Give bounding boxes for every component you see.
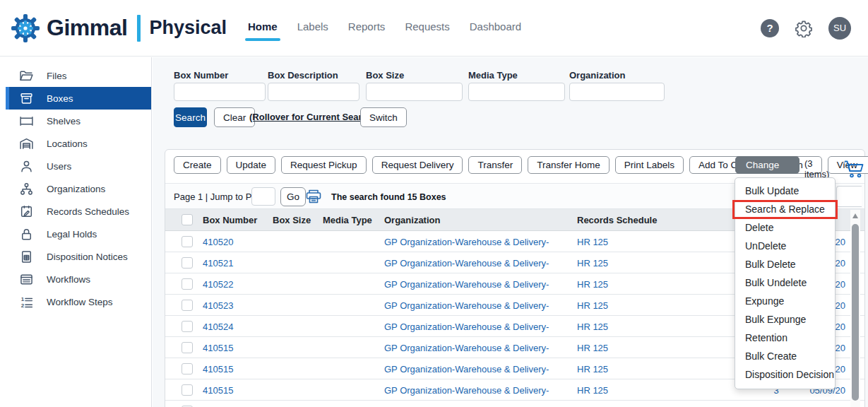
brand-product: Physical (149, 17, 227, 39)
cell-records-schedule[interactable]: HR 125 (577, 364, 608, 374)
change-dropdown-menu: Bulk UpdateSearch & ReplaceDeleteUnDelet… (735, 177, 836, 389)
cell-records-schedule[interactable]: HR 125 (577, 300, 608, 311)
box-size-input[interactable] (366, 83, 463, 101)
menu-item-bulk-expunge[interactable]: Bulk Expunge (735, 310, 835, 329)
jump-to-page-input[interactable] (251, 187, 275, 206)
menu-item-delete[interactable]: Delete (735, 218, 835, 237)
menu-item-retention[interactable]: Retention (735, 329, 835, 347)
nav-tab-labels[interactable]: Labels (297, 16, 328, 40)
request-pickup-button[interactable]: Request Pickup (281, 156, 367, 174)
cell-box-number[interactable]: 410522 (203, 279, 233, 290)
cell-records-schedule[interactable]: HR 125 (577, 258, 608, 269)
menu-item-disposition-decision[interactable]: Disposition Decision (735, 365, 835, 384)
row-checkbox[interactable] (182, 384, 193, 396)
nav-tab-home[interactable]: Home (248, 16, 278, 40)
sidebar-item-users[interactable]: Users (0, 155, 151, 177)
transfer-button[interactable]: Transfer (468, 156, 522, 174)
menu-item-bulk-undelete[interactable]: Bulk Undelete (735, 273, 835, 292)
organization-input[interactable] (569, 83, 665, 101)
settings-gear-icon[interactable] (795, 19, 813, 37)
sidebar-item-boxes[interactable]: Boxes (6, 87, 151, 110)
row-checkbox[interactable] (182, 236, 193, 247)
column-header-box-size[interactable]: Box Size (273, 215, 311, 225)
row-checkbox[interactable] (182, 278, 193, 290)
column-header-organization[interactable]: Organization (384, 215, 440, 225)
table-scrollbar[interactable] (850, 210, 860, 407)
row-checkbox[interactable] (182, 342, 193, 353)
print-labels-button[interactable]: Print Labels (615, 156, 684, 174)
nav-tab-requests[interactable]: Requests (405, 16, 449, 40)
lock-icon (18, 227, 34, 242)
box-description-input[interactable] (268, 83, 359, 101)
menu-item-undelete[interactable]: UnDelete (735, 237, 835, 255)
cell-box-number[interactable]: 410515 (203, 364, 233, 374)
sidebar-item-locations[interactable]: Locations (0, 132, 151, 155)
cell-box-number[interactable]: 410520 (203, 237, 233, 247)
row-checkbox[interactable] (182, 300, 193, 311)
pagination-right-field[interactable] (836, 186, 862, 207)
cell-organization[interactable]: GP Organization-Warehouse & Delivery- (384, 279, 549, 290)
change-menu-button[interactable]: Change (735, 156, 799, 174)
switch-button[interactable]: Switch (360, 107, 407, 127)
transfer-home-button[interactable]: Transfer Home (528, 156, 610, 174)
sidebar-item-organizations[interactable]: Organizations (0, 177, 151, 200)
column-header-records-schedule[interactable]: Records Schedule (577, 215, 657, 225)
cell-box-number[interactable]: 410521 (203, 258, 233, 269)
sidebar-item-disposition-notices[interactable]: Disposition Notices (0, 245, 151, 268)
brand-logo[interactable]: Gimmal Physical (10, 13, 227, 44)
media-type-input[interactable] (468, 83, 565, 101)
cell-box-number[interactable]: 410524 (203, 322, 233, 332)
nav-tab-dashboard[interactable]: Dashboard (470, 16, 521, 40)
scrollbar-thumb[interactable] (852, 224, 859, 401)
menu-item-bulk-update[interactable]: Bulk Update (735, 182, 835, 200)
cell-organization[interactable]: GP Organization-Warehouse & Delivery- (384, 237, 549, 247)
user-icon (18, 159, 34, 174)
help-icon[interactable]: ? (761, 19, 779, 37)
column-header-media-type[interactable]: Media Type (323, 215, 372, 225)
row-checkbox[interactable] (182, 257, 193, 269)
cell-records-schedule[interactable]: HR 125 (577, 279, 608, 290)
sidebar-item-label: Workflow Steps (47, 297, 113, 307)
scroll-up-arrow-icon[interactable] (852, 213, 858, 218)
cell-organization[interactable]: GP Organization-Warehouse & Delivery- (384, 300, 549, 311)
cell-organization[interactable]: GP Organization-Warehouse & Delivery- (384, 322, 549, 332)
menu-item-bulk-delete[interactable]: Bulk Delete (735, 255, 835, 273)
cell-organization[interactable]: GP Organization-Warehouse & Delivery- (384, 343, 549, 353)
update-button[interactable]: Update (227, 156, 276, 174)
cell-records-schedule[interactable]: HR 125 (577, 343, 608, 353)
user-avatar[interactable]: SU (828, 17, 851, 40)
cell-box-number[interactable]: 410523 (203, 300, 233, 311)
select-all-checkbox[interactable] (182, 214, 193, 225)
menu-item-search-replace[interactable]: Search & Replace (735, 200, 835, 218)
cart-icon[interactable] (843, 160, 864, 178)
sidebar-item-legal-holds[interactable]: Legal Holds (0, 223, 151, 245)
cell-organization[interactable]: GP Organization-Warehouse & Delivery- (384, 258, 549, 269)
sidebar-item-files[interactable]: Files (0, 64, 151, 87)
request-delivery-button[interactable]: Request Delivery (372, 156, 463, 174)
column-header-box-number[interactable]: Box Number (203, 215, 257, 225)
sidebar-item-workflow-steps[interactable]: 12Workflow Steps (0, 290, 151, 313)
go-button[interactable]: Go (280, 187, 306, 206)
field-label-organization: Organization (569, 70, 625, 81)
cell-records-schedule[interactable]: HR 125 (577, 385, 608, 396)
sidebar-item-shelves[interactable]: Shelves (0, 110, 151, 132)
rollover-current-search-link[interactable]: (Rollover for Current Search) (249, 112, 376, 122)
row-checkbox[interactable] (182, 321, 193, 332)
box-number-input[interactable] (174, 83, 266, 101)
nav-tab-reports[interactable]: Reports (348, 16, 386, 40)
svg-text:1: 1 (20, 296, 24, 302)
sidebar-item-workflows[interactable]: Workflows (0, 268, 151, 290)
create-button[interactable]: Create (174, 156, 221, 174)
cell-box-number[interactable]: 410515 (203, 385, 233, 396)
sidebar-item-records-schedules[interactable]: Records Schedules (0, 200, 151, 223)
search-button[interactable]: Search (174, 107, 207, 127)
row-checkbox[interactable] (182, 363, 193, 374)
cell-box-number[interactable]: 410515 (203, 343, 233, 353)
menu-item-bulk-create[interactable]: Bulk Create (735, 347, 835, 365)
cell-organization[interactable]: GP Organization-Warehouse & Delivery- (384, 385, 549, 396)
cell-records-schedule[interactable]: HR 125 (577, 237, 608, 247)
cell-records-schedule[interactable]: HR 125 (577, 322, 608, 332)
printer-icon[interactable] (305, 189, 322, 204)
menu-item-expunge[interactable]: Expunge (735, 292, 835, 310)
cell-organization[interactable]: GP Organization-Warehouse & Delivery- (384, 364, 549, 374)
